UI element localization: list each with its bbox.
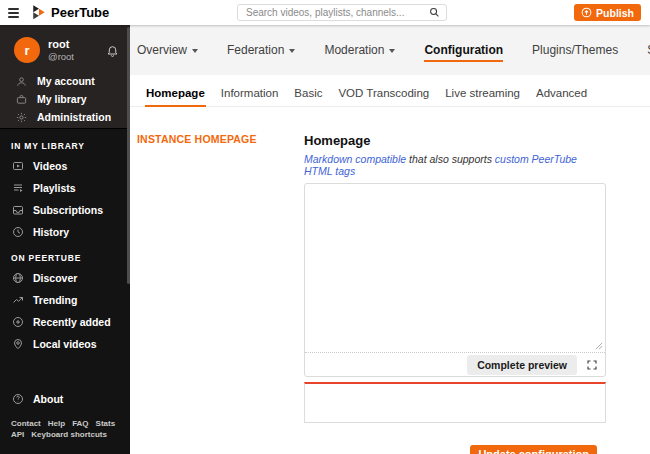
field-label: Homepage [304, 133, 606, 148]
map-pin-icon [11, 338, 25, 350]
markdown-editor: Complete preview [304, 183, 606, 377]
caret-down-icon [389, 49, 395, 53]
user-icon [14, 76, 28, 87]
video-icon [11, 160, 25, 172]
account-menu: My account My library Adm [14, 72, 122, 126]
tab-vod-transcoding[interactable]: VOD Transcoding [337, 83, 430, 107]
inbox-icon [11, 204, 25, 216]
tab-basic[interactable]: Basic [293, 83, 323, 107]
tab-advanced[interactable]: Advanced [535, 83, 588, 107]
section-title: IN MY LIBRARY [11, 141, 130, 151]
brand-title: PeerTube [51, 5, 109, 20]
peertube-home-link[interactable]: PeerTube [32, 5, 109, 21]
footer-link-stats[interactable]: Stats [96, 419, 116, 428]
homepage-textarea[interactable] [305, 184, 605, 352]
sidebar-item-subscriptions[interactable]: Subscriptions [0, 199, 130, 221]
nav-label: Moderation [324, 38, 384, 62]
footer-link-contact[interactable]: Contact [11, 419, 41, 428]
footer-link-help[interactable]: Help [48, 419, 65, 428]
sidebar-item-label: My account [37, 75, 95, 87]
nav-item-overview[interactable]: Overview [137, 38, 198, 62]
sidebar-item-label: Subscriptions [33, 204, 103, 216]
homepage-form: INSTANCE HOMEPAGE Homepage Markdown comp… [130, 133, 650, 454]
markdown-preview-panel [304, 382, 606, 423]
search-input[interactable] [238, 7, 429, 18]
sidebar-menu: IN MY LIBRARY Videos Playlists [0, 129, 130, 439]
upload-icon [581, 7, 592, 18]
sidebar-item-administration[interactable]: Administration [14, 108, 122, 126]
main-content: Overview Federation Moderation Configura… [130, 25, 650, 454]
sidebar: r root @root My account [0, 25, 130, 454]
nav-item-federation[interactable]: Federation [227, 38, 295, 62]
search-box [237, 4, 447, 21]
sidebar-item-trending[interactable]: Trending [0, 289, 130, 311]
sidebar-item-videos[interactable]: Videos [0, 155, 130, 177]
footer-link-api[interactable]: API [11, 430, 24, 439]
sidebar-item-playlists[interactable]: Playlists [0, 177, 130, 199]
tab-homepage[interactable]: Homepage [145, 83, 206, 107]
nav-label: Overview [137, 38, 187, 62]
nav-label: Configuration [424, 38, 503, 62]
configuration-tabs: Homepage Information Basic VOD Transcodi… [130, 83, 650, 107]
nav-item-configuration[interactable]: Configuration [424, 38, 503, 62]
sidebar-item-label: Discover [33, 272, 77, 284]
help-text: that also supports [406, 153, 495, 165]
menu-toggle-icon[interactable] [8, 6, 19, 20]
sidebar-item-history[interactable]: History [0, 221, 130, 243]
resize-grip-icon[interactable] [595, 342, 603, 350]
admin-nav: Overview Federation Moderation Configura… [130, 25, 650, 75]
user-area: r root @root My account [0, 25, 130, 129]
publish-button[interactable]: Publish [574, 4, 641, 21]
sidebar-item-discover[interactable]: Discover [0, 267, 130, 289]
sidebar-item-label: Videos [33, 160, 67, 172]
sidebar-item-recently-added[interactable]: Recently added [0, 311, 130, 333]
update-configuration-button[interactable]: Update configuration [470, 445, 597, 454]
caret-down-icon [289, 49, 295, 53]
trending-icon [11, 294, 25, 306]
clock-icon [11, 226, 25, 238]
peertube-admin-page: PeerTube Publish r root [0, 0, 650, 454]
gear-icon [14, 112, 28, 123]
sidebar-item-label: Recently added [33, 316, 111, 328]
username: root [48, 38, 106, 50]
sidebar-item-label: My library [37, 93, 87, 105]
sidebar-item-label: Local videos [33, 338, 97, 350]
sidebar-item-label: Administration [37, 111, 111, 123]
markdown-compatible-link[interactable]: Markdown compatible [304, 153, 406, 165]
sidebar-item-my-account[interactable]: My account [14, 72, 122, 90]
sidebar-footer-links: Contact Help FAQ Stats API Keyboard shor… [11, 419, 120, 439]
nav-label: Plugins/Themes [532, 38, 618, 62]
playlist-icon [11, 182, 25, 194]
tab-live-streaming[interactable]: Live streaming [444, 83, 521, 107]
footer-link-keyboard-shortcuts[interactable]: Keyboard shortcuts [31, 430, 107, 439]
topbar: PeerTube Publish [0, 0, 650, 25]
question-circle-icon [11, 393, 25, 405]
complete-preview-button[interactable]: Complete preview [467, 355, 577, 375]
sidebar-item-label: History [33, 226, 69, 238]
nav-label: Federation [227, 38, 284, 62]
footer-link-faq[interactable]: FAQ [72, 419, 88, 428]
sidebar-item-label: Playlists [33, 182, 76, 194]
globe-icon [11, 272, 25, 284]
sidebar-item-label: About [33, 393, 63, 405]
tab-information[interactable]: Information [220, 83, 280, 107]
fullscreen-icon[interactable] [586, 359, 598, 371]
sidebar-item-local-videos[interactable]: Local videos [0, 333, 130, 355]
peertube-logo-icon [32, 5, 46, 21]
section-title: ON PEERTUBE [11, 253, 130, 263]
section-label: INSTANCE HOMEPAGE [137, 133, 304, 145]
publish-label: Publish [596, 7, 634, 19]
search-icon[interactable] [429, 7, 440, 18]
markdown-help: Markdown compatible that also supports c… [304, 153, 606, 177]
notifications-bell-icon[interactable] [106, 44, 119, 57]
sidebar-item-about[interactable]: About [0, 388, 130, 410]
sidebar-item-label: Trending [33, 294, 77, 306]
plus-circle-icon [11, 316, 25, 328]
nav-item-moderation[interactable]: Moderation [324, 38, 395, 62]
avatar[interactable]: r [14, 37, 40, 63]
briefcase-icon [14, 94, 28, 105]
sidebar-item-my-library[interactable]: My library [14, 90, 122, 108]
nav-item-plugins-themes[interactable]: Plugins/Themes [532, 38, 618, 62]
user-handle: @root [48, 51, 106, 62]
caret-down-icon [192, 49, 198, 53]
